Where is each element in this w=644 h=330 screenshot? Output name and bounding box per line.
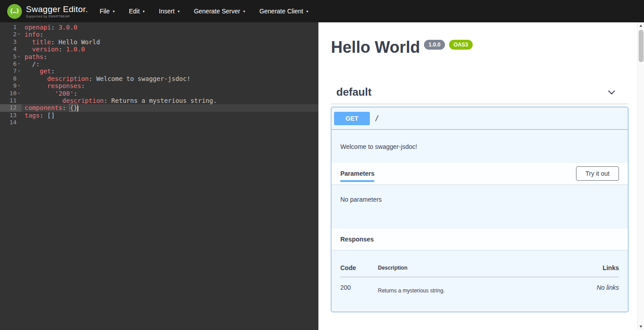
code-line-2[interactable]: info: <box>25 31 318 38</box>
fold-icon[interactable]: ▾ <box>17 31 21 38</box>
gutter-line-2[interactable]: 2▾ <box>0 31 21 38</box>
code-line-12[interactable]: components: {} <box>21 104 318 111</box>
code-line-3[interactable]: title: Hello World <box>25 38 318 46</box>
responses-header: Responses <box>331 228 628 250</box>
caret-down-icon: ▾ <box>113 9 114 13</box>
tab-parameters[interactable]: Parameters <box>340 170 374 177</box>
operation-description: Welcome to swagger-jsdoc! <box>331 130 628 163</box>
menu-label: Edit <box>129 8 140 15</box>
code-line-10[interactable]: '200': <box>25 90 318 97</box>
token-num: 3.0.0 <box>59 24 77 31</box>
gutter-line-13[interactable]: 13 <box>0 112 21 119</box>
token-txt: : <box>59 46 66 53</box>
scroll-up-button[interactable] <box>638 22 644 29</box>
gutter-line-12[interactable]: 12 <box>0 104 21 111</box>
menu-insert[interactable]: Insert▾ <box>152 0 186 22</box>
yaml-editor[interactable]: 12▾345▾6▾7▾89▾10▾11121314 openapi: 3.0.0… <box>0 22 318 330</box>
code-line-4[interactable]: version: 1.0.0 <box>25 46 318 53</box>
token-txt: /: <box>25 60 40 68</box>
code-line-9[interactable]: responses: <box>25 82 318 89</box>
caret-down-icon: ▾ <box>178 9 179 13</box>
code-line-6[interactable]: /: <box>25 60 318 68</box>
token-txt: : [] <box>40 112 55 119</box>
gutter-line-10[interactable]: 10▾ <box>0 90 21 97</box>
no-parameters-text: No parameters <box>331 184 628 228</box>
token-key: components <box>25 104 62 111</box>
responses-table: Code Description Links 200Returns a myst… <box>340 264 619 294</box>
response-code: 200 <box>340 277 378 294</box>
token-key: tags <box>25 112 40 119</box>
code-line-1[interactable]: openapi: 3.0.0 <box>25 24 318 31</box>
code-line-5[interactable]: paths: <box>25 53 318 60</box>
gutter-line-8[interactable]: 8 <box>0 75 21 82</box>
gutter-line-6[interactable]: 6▾ <box>0 60 21 68</box>
column-header-links: Links <box>561 264 619 277</box>
line-number: 12 <box>9 104 17 111</box>
token-key: version <box>32 46 59 53</box>
scrollbar[interactable] <box>637 22 644 330</box>
menu-file[interactable]: File▾ <box>93 0 122 22</box>
api-title: Hello World <box>331 38 420 56</box>
line-number: 9 <box>13 82 17 89</box>
gutter-line-5[interactable]: 5▾ <box>0 53 21 60</box>
code-line-7[interactable]: get: <box>25 68 318 75</box>
text-cursor <box>77 106 78 111</box>
gutter-line-9[interactable]: 9▾ <box>0 82 21 89</box>
token-txt <box>25 75 47 82</box>
line-number: 5 <box>13 53 17 60</box>
fold-icon[interactable]: ▾ <box>17 53 21 60</box>
tag-section-default[interactable]: default <box>331 86 628 104</box>
responses-table-header: Code Description Links <box>340 264 619 277</box>
token-txt <box>25 97 62 104</box>
fold-icon[interactable]: ▾ <box>17 90 21 97</box>
menu-generate-client[interactable]: Generate Client▾ <box>252 0 315 22</box>
token-txt: : <box>81 82 85 89</box>
code-line-14[interactable] <box>25 119 318 126</box>
token-txt <box>25 38 32 46</box>
fold-icon[interactable]: ▾ <box>17 60 21 68</box>
token-key: info <box>25 31 40 38</box>
caret-down-icon: ▾ <box>143 9 144 13</box>
token-txt <box>25 46 32 53</box>
token-txt: : Returns a mysterious string. <box>104 97 217 104</box>
token-txt: : <box>62 104 70 111</box>
column-header-description: Description <box>378 264 561 277</box>
gutter-line-3[interactable]: 3 <box>0 38 21 46</box>
swagger-logo: {…} Swagger Editor. Supported by SMARTBE… <box>7 4 88 19</box>
token-txt <box>25 82 47 89</box>
column-header-code: Code <box>340 264 378 277</box>
gutter-line-1[interactable]: 1 <box>0 24 21 31</box>
code-line-8[interactable]: description: Welcome to swagger-jsdoc! <box>25 75 318 82</box>
line-number: 6 <box>13 60 17 68</box>
code-line-13[interactable]: tags: [] <box>25 112 318 119</box>
fold-icon[interactable]: ▾ <box>17 68 21 75</box>
token-txt: : <box>74 90 77 97</box>
menu-generate-server[interactable]: Generate Server▾ <box>186 0 252 22</box>
gutter-line-4[interactable]: 4 <box>0 46 21 53</box>
response-description: Returns a mysterious string. <box>378 277 561 294</box>
menu-edit[interactable]: Edit▾ <box>122 0 152 22</box>
token-key: openapi <box>25 24 51 31</box>
gutter-line-7[interactable]: 7▾ <box>0 68 21 75</box>
token-key: responses <box>47 82 81 89</box>
try-it-out-button[interactable]: Try it out <box>576 166 619 181</box>
scroll-down-button[interactable] <box>638 323 644 330</box>
swagger-editor-app: {…} Swagger Editor. Supported by SMARTBE… <box>0 0 644 330</box>
logo-text: Swagger Editor. Supported by SMARTBEAR <box>26 5 88 18</box>
swagger-logo-icon: {…} <box>7 4 22 19</box>
app-title: Swagger Editor. <box>26 5 88 13</box>
editor-code[interactable]: openapi: 3.0.0info: title: Hello World v… <box>21 24 318 330</box>
gutter-line-14[interactable]: 14 <box>0 119 21 126</box>
operation-summary[interactable]: GET / <box>331 107 628 130</box>
code-line-11[interactable]: description: Returns a mysterious string… <box>25 97 318 104</box>
method-badge-get[interactable]: GET <box>334 112 370 125</box>
scroll-thumb[interactable] <box>639 30 644 62</box>
token-txt: : Hello World <box>51 38 100 46</box>
fold-icon[interactable]: ▾ <box>17 82 21 89</box>
responses-table-body: 200Returns a mysterious string.No links <box>340 277 619 294</box>
caret-down-icon: ▾ <box>243 9 245 13</box>
chevron-down-icon[interactable] <box>608 88 615 95</box>
gutter-line-11[interactable]: 11 <box>0 97 21 104</box>
line-number: 8 <box>13 75 17 82</box>
line-number: 3 <box>13 38 17 46</box>
